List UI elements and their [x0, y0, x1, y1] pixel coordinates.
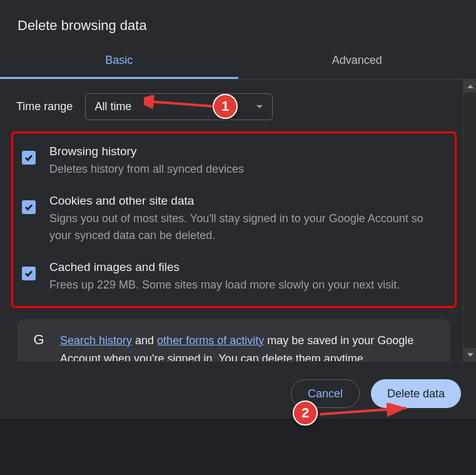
time-range-dropdown[interactable]: All time: [85, 93, 273, 120]
delete-data-button[interactable]: Delete data: [371, 379, 461, 408]
annotation-highlight-box: Browsing history Deletes history from al…: [11, 131, 457, 308]
scrollbar[interactable]: [463, 79, 476, 361]
note-text: Search history and other forms of activi…: [60, 332, 437, 361]
option-cookies: Cookies and other site data Signs you ou…: [22, 194, 446, 244]
chevron-down-icon: [467, 353, 473, 357]
check-icon: [24, 270, 33, 277]
search-history-link[interactable]: Search history: [60, 334, 132, 347]
option-title: Browsing history: [49, 145, 446, 158]
time-range-label: Time range: [16, 100, 73, 113]
option-desc: Deletes history from all synced devices: [49, 161, 446, 178]
option-title: Cached images and files: [49, 260, 446, 274]
option-text: Cookies and other site data Signs you ou…: [49, 194, 446, 244]
google-account-note: G Search history and other forms of acti…: [18, 319, 450, 361]
option-title: Cookies and other site data: [49, 194, 446, 208]
content-area: Time range All time Browsing history Del…: [0, 79, 476, 361]
delete-browsing-data-dialog: Delete browsing data Basic Advanced Time…: [0, 0, 476, 475]
google-icon: G: [31, 332, 46, 347]
option-text: Cached images and files Frees up 229 MB.…: [49, 260, 446, 294]
checkbox-cookies[interactable]: [22, 200, 36, 214]
option-cached: Cached images and files Frees up 229 MB.…: [22, 260, 446, 294]
annotation-badge-2: 2: [293, 401, 318, 426]
scroll-down-button[interactable]: [463, 348, 476, 361]
annotation-badge-1: 1: [213, 94, 238, 119]
option-desc: Frees up 229 MB. Some sites may load mor…: [49, 277, 446, 294]
option-browsing-history: Browsing history Deletes history from al…: [22, 145, 446, 178]
chevron-down-icon: [256, 105, 263, 110]
checkbox-cached[interactable]: [22, 267, 36, 280]
other-activity-link[interactable]: other forms of activity: [157, 334, 264, 347]
backdrop: [0, 419, 476, 475]
tab-advanced[interactable]: Advanced: [238, 45, 477, 79]
tab-bar: Basic Advanced: [0, 45, 476, 79]
check-icon: [24, 154, 33, 161]
content-inner: Time range All time Browsing history Del…: [0, 79, 463, 361]
checkbox-browsing-history[interactable]: [22, 151, 36, 165]
chevron-up-icon: [467, 84, 473, 88]
scroll-up-button[interactable]: [463, 79, 476, 93]
tab-basic[interactable]: Basic: [0, 45, 238, 79]
check-icon: [24, 203, 33, 211]
option-desc: Signs you out of most sites. You'll stay…: [49, 210, 446, 244]
time-range-value: All time: [94, 100, 131, 113]
dialog-title: Delete browsing data: [0, 0, 476, 45]
option-text: Browsing history Deletes history from al…: [49, 145, 446, 178]
